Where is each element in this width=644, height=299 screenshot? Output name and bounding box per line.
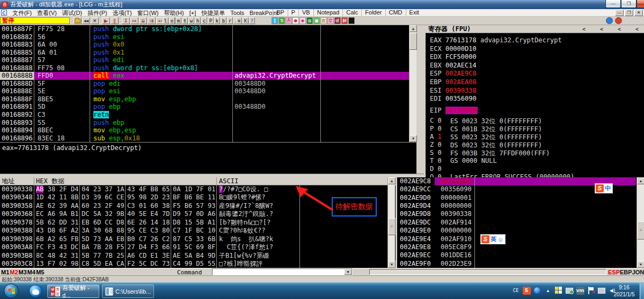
restore-button[interactable]: ❐: [621, 0, 636, 8]
dump-row[interactable]: 003903986B A2 65 FB5D 73 AA EBB0 C7 26 C…: [0, 235, 396, 243]
plugin-icon-10[interactable]: 破: [334, 17, 341, 24]
options-icon[interactable]: K: [243, 17, 248, 24]
register-row-eip[interactable]: EIP 0016888B: [430, 107, 478, 114]
plugin-icon-3[interactable]: A: [286, 17, 292, 24]
disasm-row[interactable]: 001688856A 01push 0x1: [0, 49, 416, 57]
ime-badge-bottom[interactable]: S 英 ☺: [480, 234, 506, 244]
menu-button-bp[interactable]: BP: [273, 9, 288, 17]
toolbar-letter-b[interactable]: b: [221, 17, 226, 24]
tray-sogou-icon[interactable]: S: [522, 286, 531, 295]
toolbar-letter-k[interactable]: k: [214, 17, 220, 24]
scroll-up-icon[interactable]: ▲: [637, 177, 644, 184]
view-list-icon[interactable]: ≡: [236, 17, 242, 24]
menu-d[interactable]: 调试(D): [60, 9, 85, 17]
toolbar-letter-e[interactable]: e: [169, 17, 175, 24]
disasm-row[interactable]: 0016888F8BE5mov esp,ebp: [0, 95, 416, 103]
register-row[interactable]: EDI 00356090: [430, 95, 477, 102]
step-over-icon[interactable]: ↦: [130, 17, 138, 24]
tray-ce-icon[interactable]: CE: [511, 286, 520, 295]
taskbar-clock[interactable]: 9:16 2021/1/5: [610, 284, 638, 298]
plugin-icon-8[interactable]: 吉: [320, 17, 327, 24]
menu-t[interactable]: 选项(T): [110, 9, 135, 17]
trace-over-icon[interactable]: ⇉: [148, 17, 156, 24]
dump-row[interactable]: 0039038843 D8 6F A23A 30 68 8895 CE C3 8…: [0, 227, 396, 235]
scroll-down-icon[interactable]: ▼: [637, 261, 644, 268]
plugin-icon-5[interactable]: ◉: [299, 17, 306, 24]
pause-icon[interactable]: ‖: [111, 17, 119, 24]
flag-row[interactable]: Z 0DS 0023 32位 0(FFFFFFFF): [430, 141, 442, 148]
tray-globe-icon[interactable]: [533, 286, 541, 295]
restart-icon[interactable]: ◀◀: [82, 17, 90, 24]
scroll-down-icon[interactable]: ▼: [409, 135, 417, 142]
disasm-row[interactable]: 00168888FF75 08push dword ptr ss:[ebp+0x…: [0, 64, 416, 72]
scrollbar[interactable]: ▲▼≡: [387, 177, 395, 268]
collapse-arrow-icon[interactable]: <: [635, 25, 639, 33]
dump-row[interactable]: 003903A8FC F3 43 DCBA 7B 28 F527 D4 F3 6…: [0, 243, 396, 251]
menu-button-folder[interactable]: Folder: [361, 9, 385, 17]
dump-row[interactable]: 003903785B 62 DD 31EB 6D CC D86E 26 14 1…: [0, 219, 396, 227]
menu-[interactable]: [+]: [187, 9, 199, 17]
menu-tools[interactable]: Tools: [228, 9, 247, 17]
scroll-up-icon[interactable]: ▲: [388, 177, 396, 184]
taskbar-app-wuaipojie[interactable]: 破吾解爱吾爱破解 - d...: [47, 285, 99, 298]
command-input[interactable]: ▼: [212, 268, 353, 275]
memory-tab-m2[interactable]: M2: [10, 269, 18, 275]
toolbar-letter-m[interactable]: m: [175, 17, 181, 24]
plugin-icon-4[interactable]: ●: [292, 17, 299, 24]
scrollbar[interactable]: ▲▼: [409, 25, 416, 142]
menu-[interactable]: 快捷菜单: [199, 9, 228, 17]
flag-row[interactable]: D 0: [430, 165, 442, 173]
menu-button-notepad[interactable]: Notepad: [313, 9, 343, 17]
collapse-arrow-icon[interactable]: <: [582, 25, 586, 33]
register-row[interactable]: EBX 002AEC14: [430, 62, 477, 69]
mdi-restore-button[interactable]: ❐: [625, 10, 633, 16]
menu-button-cmd[interactable]: CMD: [385, 9, 406, 17]
collapse-arrow-icon[interactable]: <: [600, 25, 603, 33]
toolbar-letter-l[interactable]: l: [163, 17, 169, 24]
flag-row[interactable]: C 0ES 0023 32位 0(FFFFFFFF): [430, 117, 442, 124]
plugin-icon-12[interactable]: [348, 17, 355, 24]
toolbar-letter-h[interactable]: h: [195, 17, 201, 24]
register-row[interactable]: EBP 002AEA08: [430, 78, 477, 86]
disasm-row[interactable]: 0016888D5Fpop edi003488D0: [0, 80, 416, 88]
trace-into-icon[interactable]: ⇊: [139, 17, 147, 24]
register-row[interactable]: EAX 77613178 advapi32.CryptDecrypt: [430, 36, 562, 44]
chevron-down-icon[interactable]: ▼: [344, 269, 352, 275]
scroll-down-icon[interactable]: ▼: [388, 261, 396, 268]
close-process-icon[interactable]: ✕: [91, 17, 99, 24]
memory-tab-m3[interactable]: M3: [19, 269, 27, 275]
disasm-row[interactable]: 001688836A 00push 0x0: [0, 41, 416, 49]
red-status-icon[interactable]: [615, 17, 622, 24]
toolbar-letter-t[interactable]: t: [182, 17, 188, 24]
stack-row[interactable]: 002AE9F0002D23E9: [397, 260, 644, 268]
mdi-minimize-button[interactable]: —: [615, 10, 624, 16]
step-into-icon[interactable]: ↧: [122, 17, 130, 24]
help-icon[interactable]: ?: [249, 17, 255, 24]
qq-browser-icon[interactable]: [29, 285, 42, 297]
scrollbar-thumb[interactable]: [409, 33, 417, 50]
menu-p[interactable]: 插件(P): [85, 9, 110, 17]
disasm-row[interactable]: 0016889683EC 18sub esp,0x18: [0, 134, 416, 142]
blue-status-icon[interactable]: [606, 17, 613, 24]
menu-button-p[interactable]: P: [288, 9, 298, 17]
open-file-icon[interactable]: [74, 17, 82, 24]
memory-tab-m4[interactable]: M4: [27, 269, 35, 275]
plugin-icon-1[interactable]: ‖: [272, 17, 278, 24]
disasm-row[interactable]: 0016888E5Epop esi003488D0: [0, 87, 416, 95]
taskbar-app-explorer[interactable]: C:\Users\lib...: [102, 285, 154, 298]
menu-h[interactable]: 帮助(H): [161, 9, 186, 17]
stack-row[interactable]: 002AE9D000000001: [397, 194, 644, 202]
scrollbar-thumb[interactable]: ≡: [637, 221, 644, 240]
ime-badge-top[interactable]: S 中: [595, 183, 613, 193]
flag-row[interactable]: O 0LastErr ERROR_SUCCESS (00000000): [430, 173, 442, 177]
toolbar-letter-c[interactable]: c: [201, 17, 207, 24]
flag-row[interactable]: T 0GS 0000 NULL: [430, 157, 442, 165]
plugin-icon-2[interactable]: ⇅: [279, 17, 285, 24]
plugin-icon-11[interactable]: 解: [341, 17, 348, 24]
flag-row[interactable]: S 0FS 003B 32位 7FFDF000(FFF): [430, 149, 442, 156]
memory-tab-m1[interactable]: M1: [1, 269, 9, 275]
disasm-row[interactable]: 0016889355push ebp: [0, 119, 416, 127]
tray-grid-icon[interactable]: [554, 286, 563, 295]
minimize-button[interactable]: —: [605, 0, 621, 8]
scrollbar-thumb[interactable]: ≡: [388, 218, 396, 235]
